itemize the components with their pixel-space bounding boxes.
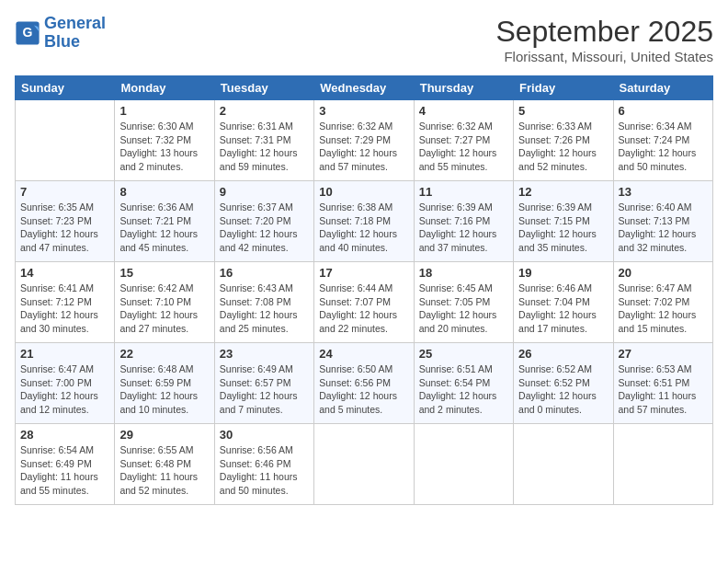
day-info: Sunrise: 6:56 AM Sunset: 6:46 PM Dayligh…	[220, 443, 309, 498]
day-number: 5	[518, 104, 608, 118]
day-number: 12	[518, 185, 608, 199]
day-info: Sunrise: 6:39 AM Sunset: 7:16 PM Dayligh…	[419, 201, 508, 255]
day-info: Sunrise: 6:53 AM Sunset: 6:51 PM Dayligh…	[619, 362, 708, 417]
calendar-cell: 22Sunrise: 6:48 AM Sunset: 6:59 PM Dayli…	[115, 343, 214, 424]
day-info: Sunrise: 6:42 AM Sunset: 7:10 PM Dayligh…	[119, 282, 209, 336]
day-number: 15	[119, 266, 209, 280]
calendar-week-row: 28Sunrise: 6:54 AM Sunset: 6:49 PM Dayli…	[16, 424, 713, 505]
day-number: 17	[319, 266, 408, 280]
calendar-cell: 16Sunrise: 6:43 AM Sunset: 7:08 PM Dayli…	[214, 262, 313, 343]
day-number: 18	[419, 266, 508, 280]
day-info: Sunrise: 6:31 AM Sunset: 7:31 PM Dayligh…	[220, 120, 309, 174]
weekday-header-row: SundayMondayTuesdayWednesdayThursdayFrid…	[16, 76, 713, 100]
logo: G General Blue	[15, 15, 106, 52]
day-number: 2	[220, 104, 309, 118]
day-number: 29	[119, 428, 209, 442]
calendar-cell: 24Sunrise: 6:50 AM Sunset: 6:56 PM Dayli…	[314, 343, 414, 424]
calendar-cell: 8Sunrise: 6:36 AM Sunset: 7:21 PM Daylig…	[115, 181, 214, 262]
calendar-cell: 5Sunrise: 6:33 AM Sunset: 7:26 PM Daylig…	[514, 100, 613, 181]
day-info: Sunrise: 6:37 AM Sunset: 7:20 PM Dayligh…	[220, 201, 309, 255]
calendar-cell: 1Sunrise: 6:30 AM Sunset: 7:32 PM Daylig…	[115, 100, 214, 181]
day-info: Sunrise: 6:39 AM Sunset: 7:15 PM Dayligh…	[518, 201, 608, 255]
day-number: 8	[119, 185, 209, 199]
title-block: September 2025 Florissant, Missouri, Uni…	[495, 15, 713, 64]
day-info: Sunrise: 6:32 AM Sunset: 7:29 PM Dayligh…	[319, 120, 408, 174]
day-number: 16	[220, 266, 309, 280]
calendar-cell	[414, 424, 513, 505]
day-info: Sunrise: 6:55 AM Sunset: 6:48 PM Dayligh…	[119, 443, 209, 498]
calendar-cell: 10Sunrise: 6:38 AM Sunset: 7:18 PM Dayli…	[314, 181, 414, 262]
weekday-header-tuesday: Tuesday	[214, 76, 313, 100]
calendar-cell: 29Sunrise: 6:55 AM Sunset: 6:48 PM Dayli…	[115, 424, 214, 505]
day-info: Sunrise: 6:49 AM Sunset: 6:57 PM Dayligh…	[220, 362, 309, 417]
day-number: 23	[220, 347, 309, 361]
day-info: Sunrise: 6:34 AM Sunset: 7:24 PM Dayligh…	[619, 120, 708, 174]
calendar-table: SundayMondayTuesdayWednesdayThursdayFrid…	[15, 75, 713, 505]
day-info: Sunrise: 6:35 AM Sunset: 7:23 PM Dayligh…	[20, 201, 109, 255]
calendar-cell: 7Sunrise: 6:35 AM Sunset: 7:23 PM Daylig…	[16, 181, 115, 262]
calendar-cell: 12Sunrise: 6:39 AM Sunset: 7:15 PM Dayli…	[514, 181, 613, 262]
day-number: 27	[619, 347, 708, 361]
calendar-cell	[314, 424, 414, 505]
day-info: Sunrise: 6:54 AM Sunset: 6:49 PM Dayligh…	[20, 443, 109, 498]
day-info: Sunrise: 6:41 AM Sunset: 7:12 PM Dayligh…	[20, 282, 109, 336]
day-info: Sunrise: 6:46 AM Sunset: 7:04 PM Dayligh…	[518, 282, 608, 336]
calendar-cell: 26Sunrise: 6:52 AM Sunset: 6:52 PM Dayli…	[514, 343, 613, 424]
calendar-cell: 18Sunrise: 6:45 AM Sunset: 7:05 PM Dayli…	[414, 262, 513, 343]
calendar-cell: 17Sunrise: 6:44 AM Sunset: 7:07 PM Dayli…	[314, 262, 414, 343]
day-info: Sunrise: 6:48 AM Sunset: 6:59 PM Dayligh…	[119, 362, 209, 417]
day-number: 26	[518, 347, 608, 361]
day-info: Sunrise: 6:40 AM Sunset: 7:13 PM Dayligh…	[619, 201, 708, 255]
day-info: Sunrise: 6:45 AM Sunset: 7:05 PM Dayligh…	[419, 282, 508, 336]
day-number: 9	[220, 185, 309, 199]
calendar-cell: 3Sunrise: 6:32 AM Sunset: 7:29 PM Daylig…	[314, 100, 414, 181]
day-number: 25	[419, 347, 508, 361]
day-info: Sunrise: 6:33 AM Sunset: 7:26 PM Dayligh…	[518, 120, 608, 174]
day-info: Sunrise: 6:52 AM Sunset: 6:52 PM Dayligh…	[518, 362, 608, 417]
calendar-cell: 9Sunrise: 6:37 AM Sunset: 7:20 PM Daylig…	[214, 181, 313, 262]
calendar-cell: 4Sunrise: 6:32 AM Sunset: 7:27 PM Daylig…	[414, 100, 513, 181]
day-number: 13	[619, 185, 708, 199]
day-number: 21	[20, 347, 109, 361]
day-number: 6	[619, 104, 708, 118]
day-number: 30	[220, 428, 309, 442]
calendar-cell: 13Sunrise: 6:40 AM Sunset: 7:13 PM Dayli…	[613, 181, 712, 262]
day-info: Sunrise: 6:30 AM Sunset: 7:32 PM Dayligh…	[119, 120, 209, 174]
day-number: 28	[20, 428, 109, 442]
calendar-cell	[613, 424, 712, 505]
day-number: 22	[119, 347, 209, 361]
day-number: 7	[20, 185, 109, 199]
weekday-header-wednesday: Wednesday	[314, 76, 414, 100]
month-title: September 2025	[495, 15, 713, 49]
day-number: 19	[518, 266, 608, 280]
calendar-cell: 23Sunrise: 6:49 AM Sunset: 6:57 PM Dayli…	[214, 343, 313, 424]
calendar-cell: 21Sunrise: 6:47 AM Sunset: 7:00 PM Dayli…	[16, 343, 115, 424]
page-header: G General Blue September 2025 Florissant…	[15, 15, 713, 64]
day-info: Sunrise: 6:36 AM Sunset: 7:21 PM Dayligh…	[119, 201, 209, 255]
svg-text:G: G	[23, 25, 33, 40]
calendar-cell: 14Sunrise: 6:41 AM Sunset: 7:12 PM Dayli…	[16, 262, 115, 343]
calendar-cell	[514, 424, 613, 505]
calendar-cell: 6Sunrise: 6:34 AM Sunset: 7:24 PM Daylig…	[613, 100, 712, 181]
calendar-cell: 2Sunrise: 6:31 AM Sunset: 7:31 PM Daylig…	[214, 100, 313, 181]
calendar-cell: 15Sunrise: 6:42 AM Sunset: 7:10 PM Dayli…	[115, 262, 214, 343]
calendar-cell: 28Sunrise: 6:54 AM Sunset: 6:49 PM Dayli…	[16, 424, 115, 505]
weekday-header-friday: Friday	[514, 76, 613, 100]
calendar-week-row: 1Sunrise: 6:30 AM Sunset: 7:32 PM Daylig…	[16, 100, 713, 181]
logo-text: General Blue	[44, 15, 106, 52]
day-info: Sunrise: 6:44 AM Sunset: 7:07 PM Dayligh…	[319, 282, 408, 336]
calendar-week-row: 7Sunrise: 6:35 AM Sunset: 7:23 PM Daylig…	[16, 181, 713, 262]
calendar-cell: 19Sunrise: 6:46 AM Sunset: 7:04 PM Dayli…	[514, 262, 613, 343]
calendar-week-row: 21Sunrise: 6:47 AM Sunset: 7:00 PM Dayli…	[16, 343, 713, 424]
day-number: 24	[319, 347, 408, 361]
day-number: 3	[319, 104, 408, 118]
calendar-cell: 11Sunrise: 6:39 AM Sunset: 7:16 PM Dayli…	[414, 181, 513, 262]
location: Florissant, Missouri, United States	[495, 49, 713, 64]
day-info: Sunrise: 6:51 AM Sunset: 6:54 PM Dayligh…	[419, 362, 508, 417]
weekday-header-sunday: Sunday	[16, 76, 115, 100]
day-number: 14	[20, 266, 109, 280]
day-info: Sunrise: 6:47 AM Sunset: 7:00 PM Dayligh…	[20, 362, 109, 417]
calendar-cell: 30Sunrise: 6:56 AM Sunset: 6:46 PM Dayli…	[214, 424, 313, 505]
weekday-header-saturday: Saturday	[613, 76, 712, 100]
day-info: Sunrise: 6:47 AM Sunset: 7:02 PM Dayligh…	[619, 282, 708, 336]
